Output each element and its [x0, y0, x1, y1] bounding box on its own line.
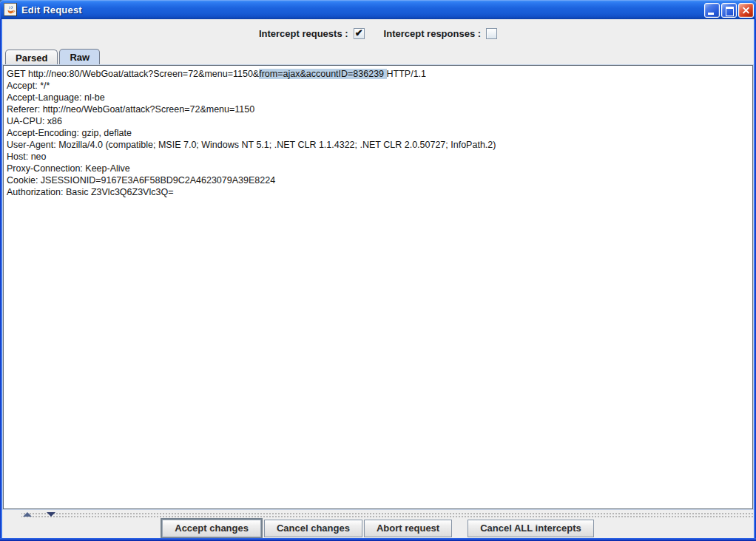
intercept-requests-label: Intercept requests : [259, 28, 348, 39]
action-button-bar: Accept changes Cancel changes Abort requ… [2, 517, 754, 539]
header-line: Proxy-Connection: Keep-Alive [7, 163, 749, 174]
intercept-options-row: Intercept requests : ✔ Intercept respons… [2, 19, 754, 47]
checkmark-icon: ✔ [355, 28, 363, 38]
header-line: Cookie: JSESSIONID=9167E3A6F58BD9C2A4623… [7, 174, 749, 186]
cancel-all-intercepts-button[interactable]: Cancel ALL intercepts [468, 520, 594, 537]
header-line: Accept-Encoding: gzip, deflate [7, 127, 749, 139]
header-line: Accept: */* [7, 80, 749, 92]
close-icon[interactable] [738, 3, 754, 18]
window-title: Edit Request [21, 4, 82, 16]
default-button-ring: Accept changes [161, 518, 263, 539]
request-view-tabs: Parsed Raw [5, 49, 101, 65]
window-frame-bottom [0, 538, 756, 541]
request-line-post: HTTP/1.1 [387, 69, 427, 79]
header-line: User-Agent: Mozilla/4.0 (compatible; MSI… [7, 139, 749, 151]
divider-expand-down-icon[interactable] [47, 512, 55, 517]
raw-request-editor[interactable]: GET http://neo:80/WebGoat/attack?Screen=… [3, 65, 753, 509]
window-frame-left [0, 19, 2, 541]
intercept-responses-checkbox[interactable] [486, 28, 497, 39]
tab-raw[interactable]: Raw [59, 49, 100, 65]
request-line-pre: GET http://neo:80/WebGoat/attack?Screen=… [7, 69, 259, 79]
java-coffee-cup-icon [4, 3, 17, 16]
edit-request-window: Edit Request Intercept requests : ✔ Inte… [0, 0, 756, 541]
request-line-selection: from=ajax&accountID=836239 [259, 69, 386, 79]
split-pane-divider[interactable] [2, 511, 754, 517]
tab-parsed[interactable]: Parsed [5, 50, 58, 65]
header-line: Accept-Language: nl-be [7, 92, 749, 103]
accept-changes-button[interactable]: Accept changes [162, 520, 261, 537]
maximize-icon[interactable] [721, 3, 737, 18]
window-content: Intercept requests : ✔ Intercept respons… [2, 19, 754, 538]
divider-expand-up-icon[interactable] [23, 512, 32, 517]
intercept-requests-checkbox[interactable]: ✔ [354, 28, 365, 39]
intercept-responses-label: Intercept responses : [384, 28, 482, 39]
abort-request-button[interactable]: Abort request [364, 520, 452, 537]
titlebar: Edit Request [0, 0, 756, 19]
header-line: Authorization: Basic Z3Vlc3Q6Z3Vlc3Q= [7, 186, 749, 198]
request-line: GET http://neo:80/WebGoat/attack?Screen=… [7, 68, 749, 80]
header-line: Host: neo [7, 151, 749, 163]
header-line: UA-CPU: x86 [7, 115, 749, 127]
minimize-icon[interactable] [704, 3, 720, 18]
cancel-changes-button[interactable]: Cancel changes [264, 520, 362, 537]
header-line: Referer: http://neo/WebGoat/attack?Scree… [7, 103, 749, 115]
